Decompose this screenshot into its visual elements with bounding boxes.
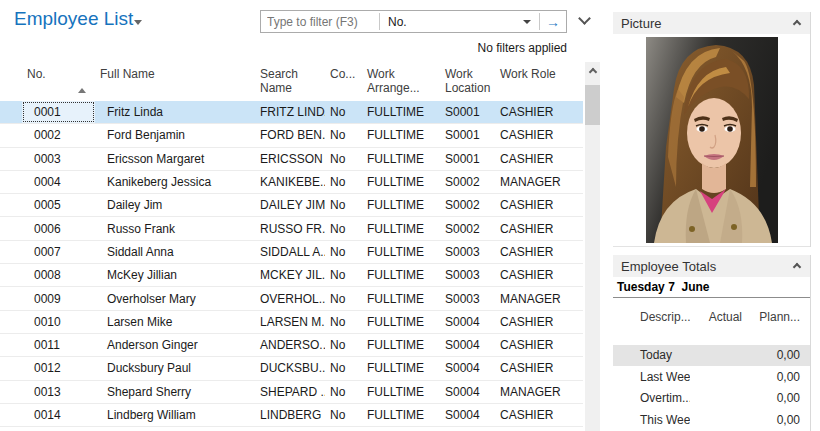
cell-communication[interactable]: No — [325, 264, 362, 286]
cell-full-name[interactable]: Kanikeberg Jessica — [95, 171, 255, 193]
cell-work-location[interactable]: S0004 — [440, 381, 495, 403]
cell-work-location[interactable]: S0001 — [440, 101, 495, 123]
column-header-work-role[interactable]: Work Role — [495, 62, 583, 101]
cell-full-name[interactable]: Dailey Jim — [95, 194, 255, 216]
cell-work-arrangement[interactable]: FULLTIME — [362, 334, 440, 356]
table-row[interactable]: 0001 Fritz Linda FRITZ LINDA No FULLTIME… — [0, 101, 583, 124]
cell-communication[interactable]: No — [325, 287, 362, 309]
cell-no[interactable]: 0014 — [22, 404, 95, 426]
cell-work-location[interactable]: S0003 — [440, 287, 495, 309]
column-header-communication[interactable]: Co... — [325, 62, 362, 101]
cell-full-name[interactable]: Shepard Sherry — [95, 381, 255, 403]
cell-work-location[interactable]: S0001 — [440, 124, 495, 146]
cell-work-role[interactable]: CASHIER — [495, 241, 583, 263]
table-row[interactable]: 0012 Ducksbury Paul DUCKSBU... No FULLTI… — [0, 357, 583, 380]
row-selector-cell[interactable] — [0, 311, 22, 333]
cell-search-name[interactable]: MCKEY JIL... — [255, 264, 325, 286]
table-row[interactable]: 0002 Ford Benjamin FORD BEN... No FULLTI… — [0, 124, 583, 147]
cell-work-location[interactable]: S0002 — [440, 171, 495, 193]
cell-no[interactable]: 0001 — [22, 101, 95, 123]
scroll-up-button[interactable] — [585, 62, 600, 78]
cell-full-name[interactable]: Russo Frank — [95, 217, 255, 239]
vertical-scrollbar[interactable] — [585, 62, 600, 431]
cell-work-arrangement[interactable]: FULLTIME — [362, 311, 440, 333]
cell-search-name[interactable]: FORD BEN... — [255, 124, 325, 146]
cell-work-role[interactable]: CASHIER — [495, 194, 583, 216]
cell-full-name[interactable]: Ericsson Margaret — [95, 148, 255, 170]
cell-no[interactable]: 0003 — [22, 148, 95, 170]
cell-work-arrangement[interactable]: FULLTIME — [362, 148, 440, 170]
cell-search-name[interactable]: SHEPARD ... — [255, 381, 325, 403]
cell-work-location[interactable]: S0004 — [440, 404, 495, 426]
cell-search-name[interactable]: ERICSSON ... — [255, 148, 325, 170]
cell-full-name[interactable]: Ford Benjamin — [95, 124, 255, 146]
row-selector-cell[interactable] — [0, 287, 22, 309]
filter-field-select[interactable]: No. — [380, 11, 539, 32]
filter-input[interactable] — [261, 12, 379, 31]
cell-full-name[interactable]: Fritz Linda — [95, 101, 255, 123]
cell-no[interactable]: 0011 — [22, 334, 95, 356]
page-title-menu-caret-icon[interactable] — [134, 20, 142, 25]
row-selector-cell[interactable] — [0, 194, 22, 216]
cell-search-name[interactable]: ANDERSO... — [255, 334, 325, 356]
cell-communication[interactable]: No — [325, 148, 362, 170]
cell-work-arrangement[interactable]: FULLTIME — [362, 264, 440, 286]
cell-no[interactable]: 0009 — [22, 287, 95, 309]
table-row[interactable]: 0006 Russo Frank RUSSO FR... No FULLTIME… — [0, 217, 583, 240]
cell-work-role[interactable]: CASHIER — [495, 217, 583, 239]
cell-search-name[interactable]: LINDBERG ... — [255, 404, 325, 426]
totals-row[interactable]: Last Week 0,00 — [613, 366, 810, 388]
cell-no[interactable]: 0008 — [22, 264, 95, 286]
cell-work-location[interactable]: S0001 — [440, 148, 495, 170]
row-selector-cell[interactable] — [0, 357, 22, 379]
cell-no[interactable]: 0004 — [22, 171, 95, 193]
cell-work-location[interactable]: S0004 — [440, 334, 495, 356]
table-row[interactable]: 0008 McKey Jillian MCKEY JIL... No FULLT… — [0, 264, 583, 287]
column-header-work-arrangement[interactable]: Work Arrange... — [362, 62, 440, 101]
cell-work-role[interactable]: CASHIER — [495, 357, 583, 379]
cell-communication[interactable]: No — [325, 404, 362, 426]
cell-communication[interactable]: No — [325, 311, 362, 333]
cell-work-arrangement[interactable]: FULLTIME — [362, 171, 440, 193]
table-row[interactable]: 0009 Overholser Mary OVERHOL... No FULLT… — [0, 287, 583, 310]
column-header-full-name[interactable]: Full Name — [95, 62, 255, 101]
row-selector-cell[interactable] — [0, 124, 22, 146]
table-row[interactable]: 0003 Ericsson Margaret ERICSSON ... No F… — [0, 148, 583, 171]
cell-search-name[interactable]: RUSSO FR... — [255, 217, 325, 239]
cell-search-name[interactable]: SIDDALL A... — [255, 241, 325, 263]
cell-work-location[interactable]: S0003 — [440, 241, 495, 263]
cell-work-arrangement[interactable]: FULLTIME — [362, 287, 440, 309]
cell-work-location[interactable]: S0002 — [440, 217, 495, 239]
totals-factbox-header[interactable]: Employee Totals — [613, 255, 810, 277]
row-selector-cell[interactable] — [0, 171, 22, 193]
cell-work-arrangement[interactable]: FULLTIME — [362, 194, 440, 216]
cell-full-name[interactable]: McKey Jillian — [95, 264, 255, 286]
table-row[interactable]: 0010 Larsen Mike LARSEN M... No FULLTIME… — [0, 311, 583, 334]
cell-search-name[interactable]: LARSEN M... — [255, 311, 325, 333]
cell-full-name[interactable]: Overholser Mary — [95, 287, 255, 309]
cell-work-arrangement[interactable]: FULLTIME — [362, 124, 440, 146]
cell-full-name[interactable]: Siddall Anna — [95, 241, 255, 263]
cell-communication[interactable]: No — [325, 381, 362, 403]
cell-work-role[interactable]: MANAGER — [495, 171, 583, 193]
cell-no[interactable]: 0005 — [22, 194, 95, 216]
cell-communication[interactable]: No — [325, 334, 362, 356]
scrollbar-thumb[interactable] — [585, 85, 600, 125]
cell-no[interactable]: 0006 — [22, 217, 95, 239]
cell-communication[interactable]: No — [325, 217, 362, 239]
cell-no[interactable]: 0002 — [22, 124, 95, 146]
cell-work-arrangement[interactable]: FULLTIME — [362, 404, 440, 426]
cell-full-name[interactable]: Ducksbury Paul — [95, 357, 255, 379]
cell-work-role[interactable]: CASHIER — [495, 148, 583, 170]
cell-work-arrangement[interactable]: FULLTIME — [362, 357, 440, 379]
table-row[interactable]: 0014 Lindberg William LINDBERG ... No FU… — [0, 404, 583, 427]
row-selector-cell[interactable] — [0, 334, 22, 356]
cell-work-location[interactable]: S0003 — [440, 264, 495, 286]
cell-communication[interactable]: No — [325, 194, 362, 216]
cell-work-role[interactable]: MANAGER — [495, 287, 583, 309]
totals-row[interactable]: Overtim... 0,00 — [613, 388, 810, 410]
row-selector-cell[interactable] — [0, 148, 22, 170]
cell-no[interactable]: 0013 — [22, 381, 95, 403]
cell-communication[interactable]: No — [325, 171, 362, 193]
cell-work-arrangement[interactable]: FULLTIME — [362, 381, 440, 403]
